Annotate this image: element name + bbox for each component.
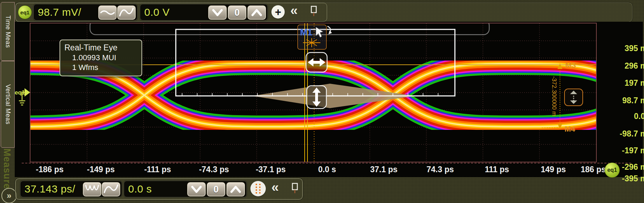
vertical-drag-handle[interactable] (307, 86, 326, 108)
zoom-out-time-button[interactable] (102, 182, 120, 197)
zero-label: 0 (213, 184, 219, 195)
horizontal-scale-toolbar: 37.143 ps/ 0.0 s 0 (15, 178, 303, 200)
markers-button[interactable] (250, 181, 266, 196)
horizontal-position-field[interactable]: 0.0 s 0 (124, 181, 247, 197)
tooltip-wfms-value: 1 Wfms (64, 63, 139, 72)
pin-icon (309, 5, 318, 17)
y-axis-label: -395 mV (600, 174, 644, 184)
collapse-toolbar-button[interactable]: « (271, 181, 279, 194)
tab-vertical-meas-label: Vertical Meas (4, 84, 12, 125)
y-axis-label: 395 mV (600, 44, 644, 54)
x-axis-label: 111 ps (478, 165, 516, 175)
pin-toolbar-button[interactable] (309, 5, 318, 19)
plot-panel: M1 (15, 22, 643, 177)
plus-icon: + (275, 7, 281, 18)
x-axis-eq1-badge[interactable]: eq1 (604, 162, 620, 178)
small-wave-icon (99, 6, 116, 19)
vertical-scale-field[interactable]: 98.7 mV/ (33, 4, 138, 21)
pin-icon (290, 182, 299, 194)
tooltip-title: Real-Time Eye (64, 43, 139, 52)
channel-eq1-label: eq1 (20, 9, 29, 15)
delta-value-label: -372.300000 m (551, 76, 558, 116)
position-zero-button[interactable]: 0 (207, 182, 226, 197)
m1-marker-flag[interactable]: M1 (298, 25, 332, 49)
m3-label: M3 (565, 61, 576, 70)
double-chevron-left-icon: « (290, 3, 298, 18)
compressed-wave-icon (84, 183, 101, 196)
tab-vertical-meas[interactable]: Vertical Meas (1, 61, 15, 148)
tab-time-meas-label: Time Meas (4, 15, 12, 48)
x-axis-label: 0.0 s (308, 165, 346, 175)
x-axis-label: -74.3 ps (195, 165, 233, 175)
vertical-scale-value: 98.7 mV/ (38, 4, 81, 20)
chevron-up-icon (227, 183, 244, 196)
eq1-ground-marker[interactable]: eq1 (15, 84, 31, 107)
chevron-up-icon (248, 6, 265, 19)
zoom-in-time-button[interactable] (83, 182, 102, 197)
x-axis-label: -186 ps (30, 165, 69, 175)
level-arrow-icon (25, 88, 30, 97)
x-axis-label: -149 ps (82, 165, 120, 175)
offset-up-button[interactable] (247, 5, 266, 20)
increase-amplitude-button[interactable] (117, 5, 136, 20)
y-axis-label: -197 mV (600, 146, 644, 156)
m1-label: M1 (300, 27, 312, 37)
large-wave-icon (118, 6, 135, 19)
horizontal-scale-field[interactable]: 37.143 ps/ (20, 181, 122, 197)
y-axis-label: 98.7 mV (600, 96, 644, 106)
vertical-offset-field[interactable]: 0.0 V 0 (140, 4, 268, 21)
chevron-down-icon (188, 183, 205, 196)
x-axis-label: 74.3 ps (421, 165, 459, 175)
tooltip-mui-value: 1.00993 MUI (64, 53, 139, 62)
collapse-toolbar-button[interactable]: « (290, 4, 298, 17)
zero-label: 0 (234, 7, 240, 18)
position-left-button[interactable] (187, 182, 206, 197)
y-axis-label: -98.7 mV (600, 129, 644, 140)
y-axis-label: 0.0 V (600, 112, 644, 122)
marker-delta-handle[interactable] (565, 89, 583, 106)
m4-label: M4 (565, 125, 575, 133)
oscilloscope-screen: Time Meas Vertical Meas Measure » eq1 98… (0, 0, 644, 203)
x-axis-label: -37.1 ps (251, 165, 290, 175)
position-right-button[interactable] (226, 182, 245, 197)
vertical-offset-value: 0.0 V (144, 4, 170, 20)
tab-time-meas[interactable]: Time Meas (1, 2, 15, 61)
add-button[interactable]: + (271, 5, 285, 19)
y-axis-label: 296 mV (600, 61, 644, 72)
offset-zero-button[interactable]: 0 (228, 5, 247, 20)
horizontal-position-value: 0.0 s (128, 181, 152, 197)
offset-down-button[interactable] (208, 5, 227, 20)
vertical-scale-toolbar: eq1 98.7 mV/ 0.0 V 0 (15, 2, 633, 22)
x-axis-label: -111 ps (138, 165, 177, 175)
horizontal-drag-handle[interactable] (306, 52, 327, 72)
y-axis-label: 197 mV (600, 78, 644, 89)
double-chevron-right-icon: » (7, 191, 11, 201)
double-chevron-left-icon: « (271, 180, 279, 195)
x-axis-label: 149 ps (534, 165, 573, 175)
dotted-cursors-icon (251, 182, 265, 196)
axis-separator (22, 163, 631, 163)
chevron-down-icon (209, 6, 226, 19)
pin-toolbar-button[interactable] (290, 182, 299, 196)
x-axis-eq1-label: eq1 (607, 167, 617, 173)
x-axis-label: 37.1 ps (365, 165, 403, 175)
realtime-eye-tooltip: Real-Time Eye 1.00993 MUI 1 Wfms (60, 40, 142, 76)
decrease-amplitude-button[interactable] (98, 5, 117, 20)
horizontal-scale-value: 37.143 ps/ (25, 181, 75, 197)
channel-eq1-badge[interactable]: eq1 (18, 5, 32, 19)
stretched-wave-icon (103, 183, 119, 196)
